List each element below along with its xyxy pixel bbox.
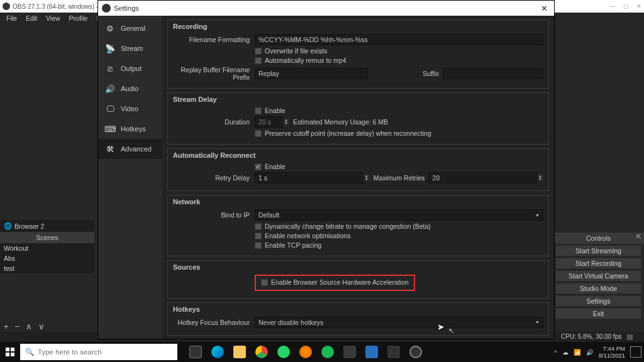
retry-delay-label: Retry Delay [173, 174, 255, 182]
volume-icon[interactable]: 🔊 [586, 349, 594, 356]
main-window-controls: — ▢ ✕ [610, 3, 641, 9]
highlighted-option: Enable Browser Source Hardware Accelerat… [255, 275, 415, 291]
start-virtual-camera-button[interactable]: Start Virtual Camera [555, 270, 641, 282]
bind-ip-label: Bind to IP [173, 211, 255, 219]
replay-prefix-input[interactable] [255, 68, 368, 79]
start-recording-button[interactable]: Start Recording [555, 258, 641, 269]
obs-icon [3, 3, 10, 10]
browser-hw-accel-checkbox[interactable]: Enable Browser Source Hardware Accelerat… [261, 278, 409, 286]
settings-title: Settings [114, 4, 139, 12]
retry-delay-input[interactable] [255, 172, 364, 184]
chevron-up-icon[interactable]: ^ [554, 349, 557, 356]
auto-reconnect-group: Automatically Reconnect ✓Enable Retry De… [167, 148, 549, 191]
remove-icon[interactable]: − [15, 322, 20, 331]
notifications-icon[interactable] [630, 346, 641, 358]
settings-button[interactable]: Settings [555, 295, 641, 307]
sidebar-item-hotkeys[interactable]: ⌨Hotkeys [98, 119, 162, 139]
scenes-panel: 🌐 Browser 2 Scenes Workout Abs test [0, 220, 94, 273]
globe-icon: 🌐 [4, 222, 12, 230]
scene-item[interactable]: Abs [0, 253, 94, 263]
sources-group: Sources Enable Browser Source Hardware A… [167, 260, 549, 299]
overwrite-checkbox[interactable]: Overwrite if file exists [255, 47, 327, 55]
obs-taskbar-icon[interactable] [405, 342, 426, 362]
bind-ip-select[interactable]: Default▼ [255, 209, 543, 221]
windows-icon [6, 348, 14, 356]
sidebar-item-stream[interactable]: 📡Stream [98, 38, 162, 58]
add-icon[interactable]: + [4, 322, 9, 331]
menu-view[interactable]: View [42, 14, 64, 23]
scene-item[interactable]: test [0, 263, 94, 273]
search-placeholder: Type here to search [38, 348, 102, 356]
status-indicator-icon [627, 334, 633, 340]
sidebar-item-output[interactable]: ⎚Output [98, 58, 162, 79]
scene-item[interactable]: Workout [0, 243, 94, 253]
hotkey-focus-label: Hotkey Focus Behaviour [173, 319, 255, 326]
duration-input[interactable] [255, 116, 283, 128]
sidebar-item-video[interactable]: 🖵Video [98, 99, 162, 119]
svg-rect-3 [11, 353, 14, 356]
controls-panel: Controls ⇱ Start Streaming Start Recordi… [553, 233, 644, 321]
app-icon[interactable] [361, 342, 382, 362]
keyboard-icon: ⌨ [104, 123, 116, 134]
tcp-pacing-checkbox[interactable]: Enable TCP pacing [255, 241, 321, 249]
scenes-list: Workout Abs test [0, 243, 94, 273]
scenes-header: Scenes [0, 232, 94, 243]
stream-delay-enable-checkbox[interactable]: Enable [255, 107, 286, 114]
speaker-icon: 🔊 [104, 83, 116, 94]
app-icon[interactable] [339, 342, 360, 362]
spinner-icon[interactable]: ▲▼ [364, 174, 370, 182]
controls-header: Controls ⇱ [553, 233, 644, 244]
taskbar: 🔍 Type here to search ^ ☁ 📶 🔊 7:44 PM 8/… [0, 342, 644, 362]
sidebar-item-audio[interactable]: 🔊Audio [98, 79, 162, 99]
edge-icon[interactable] [207, 342, 228, 362]
output-icon: ⎚ [104, 63, 116, 74]
network-optimisations-checkbox[interactable]: Enable network optimisations [255, 232, 351, 239]
up-icon[interactable]: ∧ [26, 322, 32, 331]
memory-usage-label: Estimated Memory Usage: 6 MB [293, 118, 388, 126]
settings-content: Recording Filename Formatting Overwrite … [162, 16, 554, 339]
dynamic-bitrate-checkbox[interactable]: Dynamically change bitrate to manage con… [255, 222, 431, 230]
auto-remux-checkbox[interactable]: Automatically remux to mp4 [255, 57, 347, 64]
suffix-label: Suffix [423, 70, 439, 77]
whatsapp-icon[interactable] [273, 342, 294, 362]
spinner-icon[interactable]: ▲▼ [537, 174, 543, 182]
menu-edit[interactable]: Edit [22, 14, 41, 23]
taskbar-search[interactable]: 🔍 Type here to search [20, 344, 177, 360]
filename-formatting-input[interactable] [255, 34, 543, 45]
start-button[interactable] [0, 342, 20, 362]
suffix-input[interactable] [443, 68, 543, 79]
popout-icon[interactable]: ⇱ [636, 234, 641, 240]
down-icon[interactable]: ∨ [38, 322, 45, 331]
task-view-icon[interactable] [185, 342, 206, 362]
preserve-cutoff-checkbox[interactable]: Preserve cutoff point (increase delay) w… [255, 129, 431, 137]
hotkeys-group: Hotkeys Hotkey Focus Behaviour Never dis… [167, 302, 549, 336]
tools-icon: 🛠 [104, 143, 116, 155]
spinner-icon[interactable]: ▲▼ [283, 118, 289, 126]
menu-profile[interactable]: Profile [65, 14, 92, 23]
filename-formatting-label: Filename Formatting [173, 36, 255, 43]
minimize-icon[interactable]: — [610, 3, 616, 9]
search-icon: 🔍 [25, 348, 34, 356]
chrome-icon[interactable] [251, 342, 272, 362]
exit-button[interactable]: Exit [555, 308, 641, 319]
settings-dialog: Settings ✕ ⚙General 📡Stream ⎚Output 🔊Aud… [97, 0, 555, 339]
explorer-icon[interactable] [229, 342, 250, 362]
maximize-icon[interactable]: ▢ [623, 3, 629, 9]
firefox-icon[interactable] [295, 342, 316, 362]
app-icon[interactable] [383, 342, 404, 362]
wifi-icon[interactable]: 📶 [574, 349, 581, 356]
menu-file[interactable]: File [3, 14, 21, 23]
sidebar-item-general[interactable]: ⚙General [98, 18, 162, 38]
sidebar-item-advanced[interactable]: 🛠Advanced [98, 139, 162, 159]
max-retries-label: Maximum Retries [374, 174, 425, 182]
max-retries-input[interactable] [428, 172, 537, 184]
studio-mode-button[interactable]: Studio Mode [555, 283, 641, 294]
hotkey-focus-select[interactable]: Never disable hotkeys▼ [255, 317, 543, 328]
cloud-icon[interactable]: ☁ [562, 349, 569, 356]
start-streaming-button[interactable]: Start Streaming [555, 245, 641, 256]
spotify-icon[interactable] [317, 342, 338, 362]
close-icon[interactable]: ✕ [636, 3, 641, 9]
close-button[interactable]: ✕ [538, 4, 550, 13]
clock[interactable]: 7:44 PM 8/11/2021 [599, 345, 625, 359]
reconnect-enable-checkbox[interactable]: ✓Enable [255, 163, 286, 170]
